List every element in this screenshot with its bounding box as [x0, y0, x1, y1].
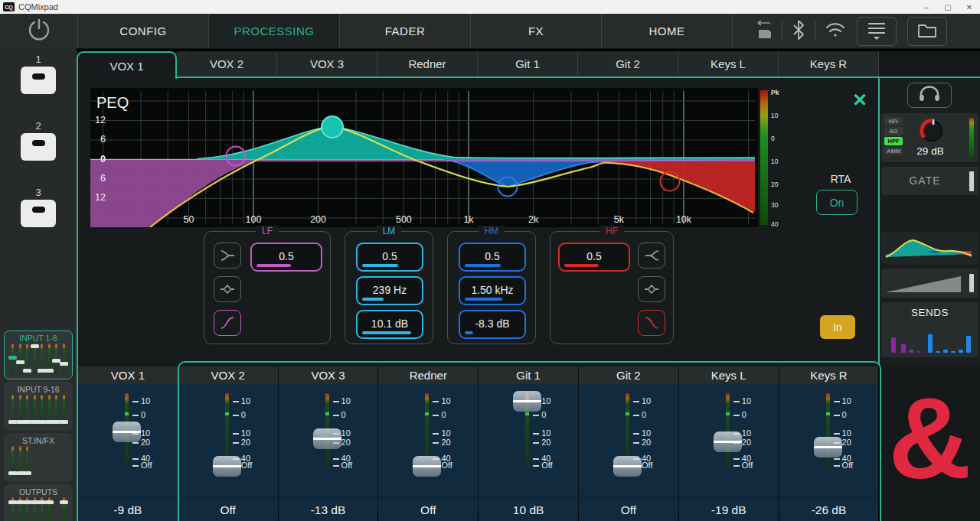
scale-label: 10: [742, 428, 751, 438]
panel-border-top: [77, 77, 980, 78]
channel-strip-keys-l[interactable]: Keys L100102040Off-19 dB: [679, 366, 779, 514]
peq-thumbnail[interactable]: [881, 232, 978, 264]
top-nav: CONFIGPROCESSINGFADERFXHOME: [0, 14, 980, 49]
svg-text:500: 500: [396, 214, 412, 225]
nav-fader[interactable]: FADER: [340, 14, 471, 48]
mini-fader: [31, 446, 38, 478]
hf-bell-button[interactable]: [638, 276, 665, 302]
lf-width-value[interactable]: 0.5: [250, 243, 322, 272]
nav-fx[interactable]: FX: [471, 14, 602, 48]
minimize-button[interactable]: –: [916, 0, 937, 14]
hm-freq-value[interactable]: 1.50 kHz: [459, 276, 526, 305]
list-icon: [865, 19, 888, 44]
fader-cap[interactable]: [714, 431, 742, 452]
softkey-button[interactable]: [21, 133, 56, 161]
mini-fader-cap[interactable]: [23, 369, 31, 373]
hf-width-value[interactable]: 0.5: [558, 243, 630, 272]
tab-keys-l[interactable]: Keys L: [678, 51, 779, 77]
fader-cap[interactable]: [213, 456, 241, 477]
scale-label: Off: [742, 461, 753, 470]
close-button[interactable]: ✕: [959, 0, 980, 14]
channel-strip-git-2[interactable]: Git 2100102040OffOff: [579, 366, 679, 514]
strip-fader-area: 100102040Off: [279, 384, 378, 496]
mini-fader-cap[interactable]: [60, 500, 68, 504]
channel-strip-git-1[interactable]: Git 1100102040Off10 dB: [479, 366, 579, 514]
tab-vox-3[interactable]: VOX 3: [277, 51, 377, 77]
gate-label: GATE: [881, 174, 969, 187]
mini-fader-cap[interactable]: [31, 344, 39, 348]
peq-graph[interactable]: PEQ1260612501002005001k2k5k10k: [90, 88, 758, 227]
channel-strip-vox-2[interactable]: VOX 2100102040OffOff: [178, 366, 279, 514]
fader-bank-outputs[interactable]: OUTPUTS: [4, 484, 73, 521]
scale-tick: [633, 401, 639, 402]
fader-bank-st-in-fx[interactable]: ST.IN/FX: [4, 433, 73, 482]
mini-fader-cap[interactable]: [8, 356, 17, 360]
softkey-button[interactable]: [21, 200, 56, 227]
tab-vox-2[interactable]: VOX 2: [177, 51, 277, 77]
close-peq-icon[interactable]: ✕: [850, 90, 870, 110]
lm-freq-value[interactable]: 239 Hz: [356, 276, 423, 305]
scale-label: Off: [141, 461, 152, 470]
channel-strip-vox-3[interactable]: VOX 3100102040Off-13 dB: [279, 366, 379, 514]
mini-fader-cap[interactable]: [45, 500, 54, 504]
pafl-button[interactable]: [907, 83, 952, 108]
meter-zero-notch: [525, 412, 529, 415]
tab-git-1[interactable]: Git 1: [478, 51, 578, 77]
mini-meter: [63, 344, 65, 374]
channel-strip-keys-r[interactable]: Keys R100102040Off-26 dB: [779, 366, 880, 514]
mini-fader-cap[interactable]: [23, 471, 31, 475]
softkey-2: 2: [0, 120, 77, 161]
mini-fader: [24, 344, 31, 376]
lf-hpf-button[interactable]: [214, 310, 241, 336]
power-button[interactable]: [0, 14, 78, 48]
scale-label: 20: [742, 438, 751, 447]
hm-width-value[interactable]: 0.5: [459, 243, 526, 272]
scale-tick: [733, 458, 740, 460]
scale-label: 10: [642, 428, 651, 438]
scene-list-button[interactable]: [857, 17, 897, 46]
svg-text:200: 200: [310, 214, 326, 225]
peq-thumbnail-curve: [881, 232, 978, 264]
lf-shelf-button[interactable]: [214, 243, 241, 269]
rta-toggle-button[interactable]: On: [816, 190, 858, 215]
mini-fader-cap[interactable]: [60, 362, 68, 366]
mini-fader: [24, 446, 31, 478]
hf-shelf-button[interactable]: [638, 243, 665, 269]
fader-cap[interactable]: [413, 456, 441, 477]
fader-bank-input-1-8[interactable]: INPUT 1-8: [4, 331, 73, 379]
mini-fader-cap[interactable]: [45, 369, 54, 373]
mini-fader-cap[interactable]: [16, 360, 24, 364]
nav-processing[interactable]: PROCESSING: [209, 14, 340, 48]
tab-keys-r[interactable]: Keys R: [779, 51, 879, 77]
tab-redner[interactable]: Redner: [377, 51, 478, 77]
sends-panel[interactable]: SENDS: [881, 302, 978, 357]
maximize-button[interactable]: ▢: [937, 0, 959, 14]
softkey-slot: [32, 207, 45, 213]
input-gain-panel[interactable]: 48VAGHPFAMM 29 dB: [881, 113, 978, 162]
fader-bank-input-9-16[interactable]: INPUT 9-16: [4, 382, 73, 431]
channel-strip-redner[interactable]: Redner100102040OffOff: [378, 366, 479, 514]
lm-gain-value[interactable]: 10.1 dB: [356, 310, 423, 339]
nav-config[interactable]: CONFIG: [78, 14, 209, 48]
fader-cap[interactable]: [613, 456, 642, 477]
lm-width-value[interactable]: 0.5: [356, 243, 423, 272]
tab-git-2[interactable]: Git 2: [578, 51, 678, 77]
fader-cap[interactable]: [814, 437, 842, 458]
compressor-thumbnail[interactable]: [881, 269, 978, 298]
fader-cap[interactable]: [113, 422, 141, 442]
softkey-button[interactable]: [21, 67, 56, 94]
tab-vox-1[interactable]: VOX 1: [77, 51, 177, 79]
gain-knob[interactable]: [915, 115, 949, 148]
nav-home[interactable]: HOME: [602, 14, 733, 48]
gate-panel[interactable]: GATE: [881, 167, 978, 195]
mini-fader-cap[interactable]: [60, 420, 68, 424]
fader-cap[interactable]: [513, 391, 541, 412]
fader-cap[interactable]: [313, 428, 341, 449]
channel-strip-vox-1[interactable]: VOX 1100102040Off-9 dB: [78, 366, 178, 514]
library-button[interactable]: [907, 17, 947, 46]
hf-lpf-button[interactable]: [638, 310, 665, 336]
peq-in-button[interactable]: In: [820, 315, 855, 339]
mini-fader: [38, 497, 45, 521]
lf-bell-button[interactable]: [214, 276, 241, 302]
hm-gain-value[interactable]: -8.3 dB: [459, 310, 526, 339]
